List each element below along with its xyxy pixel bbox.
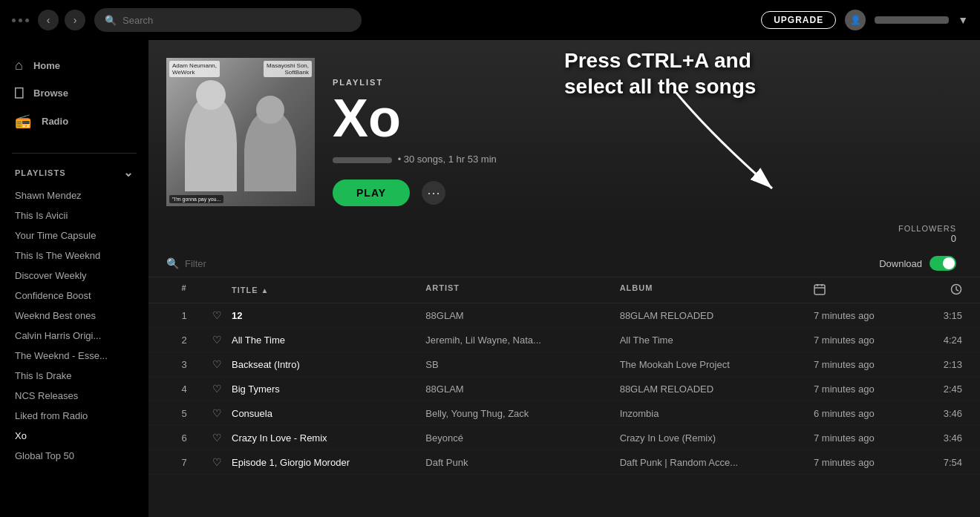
track-like[interactable]: ♡ bbox=[202, 407, 232, 419]
table-row[interactable]: 4 ♡ Big Tymers 88GLAM 88GLAM RELOADED 7 … bbox=[148, 377, 980, 401]
sidebar-playlist-global-top-50[interactable]: Global Top 50 bbox=[0, 446, 148, 466]
heart-icon[interactable]: ♡ bbox=[212, 432, 222, 444]
sidebar-playlist-ncs-releases[interactable]: NCS Releases bbox=[0, 386, 148, 406]
playlist-info: PLAYLIST Xo • 30 songs, 1 hr 53 min PLAY… bbox=[333, 78, 956, 206]
search-bar[interactable]: 🔍 bbox=[94, 8, 362, 32]
track-artist: 88GLAM bbox=[425, 310, 619, 321]
sidebar-playlist-confidence-boost[interactable]: Confidence Boost bbox=[0, 286, 148, 306]
track-name: Backseat (Intro) bbox=[232, 359, 425, 370]
download-area: Download bbox=[879, 256, 956, 271]
forward-button[interactable]: › bbox=[65, 10, 85, 30]
playlist-actions: PLAY ⋯ bbox=[333, 180, 956, 206]
heart-icon[interactable]: ♡ bbox=[212, 456, 222, 468]
sidebar-playlist-xo[interactable]: Xo bbox=[0, 426, 148, 446]
table-row[interactable]: 5 ♡ Consuela Belly, Young Thug, Zack Inz… bbox=[148, 401, 980, 426]
track-like[interactable]: ♡ bbox=[202, 432, 232, 444]
table-row[interactable]: 3 ♡ Backseat (Intro) SB The Mookah Love … bbox=[148, 352, 980, 377]
download-label: Download bbox=[879, 258, 922, 269]
track-number: 7 bbox=[166, 457, 202, 468]
sidebar-playlist-calvin-harris[interactable]: Calvin Harris Origi... bbox=[0, 326, 148, 346]
track-duration: 3:46 bbox=[903, 408, 962, 419]
upgrade-button[interactable]: UPGRADE bbox=[761, 11, 836, 29]
sidebar-item-browse[interactable]: ⎕ Browse bbox=[12, 79, 137, 107]
col-duration-header bbox=[903, 283, 962, 297]
playlists-label: PLAYLISTS bbox=[15, 168, 66, 177]
filter-label: Filter bbox=[185, 258, 206, 269]
sidebar-playlist-your-time-capsule[interactable]: Your Time Capsule bbox=[0, 225, 148, 246]
sidebar: ⌂ Home ⎕ Browse 📻 Radio PLAYLISTS ⌄ Shaw… bbox=[0, 40, 148, 517]
track-duration: 2:45 bbox=[903, 383, 962, 395]
track-time-ago: 7 minutes ago bbox=[814, 457, 903, 468]
playlists-header: PLAYLISTS ⌄ bbox=[0, 159, 148, 185]
track-like[interactable]: ♡ bbox=[202, 309, 232, 321]
track-artist: Belly, Young Thug, Zack bbox=[425, 408, 619, 419]
sidebar-item-label: Radio bbox=[42, 116, 68, 127]
col-num-header: # bbox=[166, 283, 202, 297]
track-album: All The Time bbox=[620, 335, 814, 346]
sidebar-playlist-liked-from-radio[interactable]: Liked from Radio bbox=[0, 406, 148, 426]
sidebar-item-label: Home bbox=[33, 60, 60, 71]
main-layout: ⌂ Home ⎕ Browse 📻 Radio PLAYLISTS ⌄ Shaw… bbox=[0, 40, 980, 517]
track-name: All The Time bbox=[232, 335, 425, 346]
col-like-header bbox=[202, 283, 232, 297]
sidebar-item-radio[interactable]: 📻 Radio bbox=[12, 107, 137, 135]
table-row[interactable]: 1 ♡ 12 88GLAM 88GLAM RELOADED 7 minutes … bbox=[148, 303, 980, 328]
play-button[interactable]: PLAY bbox=[333, 180, 410, 206]
track-duration: 7:54 bbox=[903, 457, 962, 468]
download-toggle[interactable] bbox=[930, 256, 956, 271]
track-duration: 3:15 bbox=[903, 310, 962, 321]
sidebar-playlist-this-is-the-weeknd[interactable]: This Is The Weeknd bbox=[0, 246, 148, 266]
track-time-ago: 6 minutes ago bbox=[814, 408, 903, 419]
sidebar-playlist-discover-weekly[interactable]: Discover Weekly bbox=[0, 266, 148, 286]
track-like[interactable]: ♡ bbox=[202, 456, 232, 468]
track-like[interactable]: ♡ bbox=[202, 358, 232, 370]
heart-icon[interactable]: ♡ bbox=[212, 407, 222, 419]
track-album: Daft Punk | Random Acce... bbox=[620, 457, 814, 468]
more-options-button[interactable]: ⋯ bbox=[422, 181, 445, 205]
track-time-ago: 7 minutes ago bbox=[814, 432, 903, 444]
track-time-ago: 7 minutes ago bbox=[814, 359, 903, 370]
track-album: Crazy In Love (Remix) bbox=[620, 432, 814, 444]
collapse-icon[interactable]: ⌄ bbox=[123, 165, 134, 180]
col-date-header bbox=[814, 283, 903, 297]
followers-label: FOLLOWERS bbox=[898, 224, 956, 233]
track-like[interactable]: ♡ bbox=[202, 334, 232, 346]
svg-line-7 bbox=[956, 290, 958, 292]
sidebar-playlist-weeknd-best-ones[interactable]: Weeknd Best ones bbox=[0, 306, 148, 326]
track-number: 6 bbox=[166, 432, 202, 444]
table-row[interactable]: 6 ♡ Crazy In Love - Remix Beyoncé Crazy … bbox=[148, 426, 980, 450]
heart-icon[interactable]: ♡ bbox=[212, 383, 222, 395]
search-input[interactable] bbox=[122, 15, 351, 26]
creator-bar bbox=[333, 157, 392, 163]
avatar[interactable]: 👤 bbox=[845, 10, 866, 30]
back-button[interactable]: ‹ bbox=[38, 10, 59, 30]
track-name: Big Tymers bbox=[232, 383, 425, 395]
sidebar-divider bbox=[12, 153, 137, 154]
sidebar-item-home[interactable]: ⌂ Home bbox=[12, 52, 137, 79]
table-row[interactable]: 7 ♡ Episode 1, Giorgio Moroder Daft Punk… bbox=[148, 450, 980, 475]
col-title-header[interactable]: TITLE ▲ bbox=[232, 283, 425, 297]
meta-text: • 30 songs, 1 hr 53 min bbox=[398, 154, 497, 165]
heart-icon[interactable]: ♡ bbox=[212, 358, 222, 370]
followers-info: FOLLOWERS 0 bbox=[898, 224, 956, 244]
track-like[interactable]: ♡ bbox=[202, 383, 232, 395]
chevron-down-icon[interactable]: ▼ bbox=[958, 14, 968, 26]
sidebar-playlist-the-weeknd-esse[interactable]: The Weeknd - Esse... bbox=[0, 346, 148, 366]
playlist-header: Adam Neumann,WeWork Masayoshi Son,SoftBa… bbox=[148, 40, 980, 224]
home-icon: ⌂ bbox=[15, 58, 23, 73]
heart-icon[interactable]: ♡ bbox=[212, 309, 222, 321]
dot1 bbox=[12, 19, 16, 22]
sidebar-playlist-shawn-mendez[interactable]: Shawn Mendez bbox=[0, 185, 148, 205]
track-name: Consuela bbox=[232, 408, 425, 419]
playlist-title: Xo bbox=[333, 91, 956, 145]
table-row[interactable]: 2 ♡ All The Time Jeremih, Lil Wayne, Nat… bbox=[148, 328, 980, 352]
track-number: 3 bbox=[166, 359, 202, 370]
sidebar-playlist-this-is-avicii[interactable]: This Is Avicii bbox=[0, 205, 148, 225]
heart-icon[interactable]: ♡ bbox=[212, 334, 222, 346]
dot2 bbox=[19, 19, 22, 22]
track-artist: SB bbox=[425, 359, 619, 370]
track-artist: 88GLAM bbox=[425, 383, 619, 395]
track-time-ago: 7 minutes ago bbox=[814, 335, 903, 346]
sidebar-playlist-this-is-drake[interactable]: This Is Drake bbox=[0, 366, 148, 386]
filter-box[interactable]: 🔍 Filter bbox=[166, 257, 206, 269]
